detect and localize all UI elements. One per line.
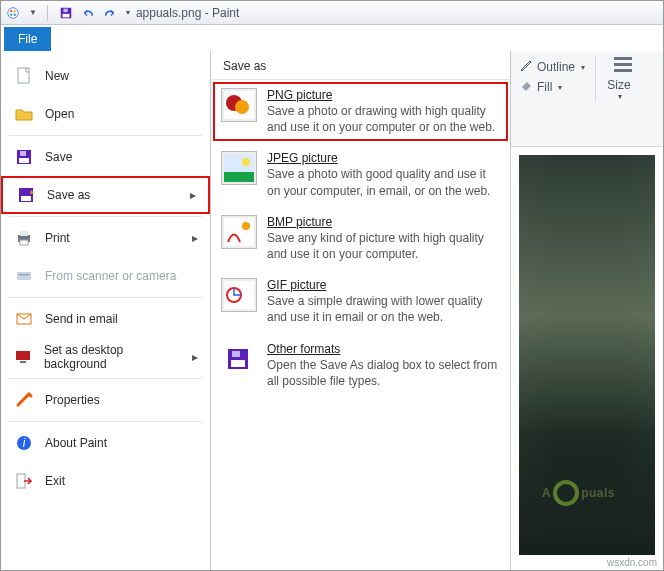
chevron-right-icon: ▸ — [192, 231, 198, 245]
menu-properties-label: Properties — [45, 393, 100, 407]
dropdown-icon: ▾ — [558, 83, 562, 92]
saveas-jpeg-title: JPEG picture — [267, 151, 500, 165]
save-as-panel: Save as PNG picture Save a photo or draw… — [211, 51, 511, 570]
about-icon: i — [13, 432, 35, 454]
svg-rect-29 — [224, 172, 254, 182]
menu-print[interactable]: Print ▸ — [1, 219, 210, 257]
new-icon — [13, 65, 35, 87]
svg-rect-10 — [19, 158, 29, 163]
saveas-jpeg-desc: Save a photo with good quality and use i… — [267, 166, 500, 198]
menu-background-label: Set as desktop background — [44, 343, 182, 371]
exit-icon — [13, 470, 35, 492]
menu-new[interactable]: New — [1, 57, 210, 95]
saveas-other-desc: Open the Save As dialog box to select fr… — [267, 357, 500, 389]
save-file-icon — [13, 146, 35, 168]
menu-about[interactable]: i About Paint — [1, 424, 210, 462]
menu-save[interactable]: Save — [1, 138, 210, 176]
outline-icon — [519, 59, 533, 76]
ribbon-size-label: Size — [607, 78, 630, 92]
size-icon[interactable] — [614, 57, 632, 72]
chevron-right-icon: ▸ — [192, 350, 198, 364]
title-bar: ▼ ▾ appuals.png - Paint — [1, 1, 663, 25]
undo-icon[interactable] — [80, 5, 96, 21]
gif-icon — [221, 278, 257, 312]
menu-properties[interactable]: Properties — [1, 381, 210, 419]
jpeg-icon — [221, 151, 257, 185]
svg-rect-8 — [18, 68, 29, 83]
save-icon[interactable] — [58, 5, 74, 21]
main-area: New Open Save Save as ▸ Print ▸ From sca… — [1, 51, 663, 570]
svg-point-30 — [242, 158, 250, 166]
scanner-icon — [13, 265, 35, 287]
email-icon — [13, 308, 35, 330]
svg-rect-21 — [20, 361, 26, 363]
save-as-header: Save as — [211, 51, 510, 80]
svg-rect-11 — [20, 151, 26, 156]
menu-background[interactable]: Set as desktop background ▸ — [1, 338, 210, 376]
menu-save-as[interactable]: Save as ▸ — [1, 176, 210, 214]
watermark-left: A — [542, 486, 551, 500]
svg-rect-37 — [232, 351, 240, 357]
fill-icon — [519, 79, 533, 96]
dropdown-icon[interactable]: ▾ — [618, 92, 622, 101]
svg-rect-17 — [17, 272, 31, 280]
saveas-png-title: PNG picture — [267, 88, 500, 102]
menu-about-label: About Paint — [45, 436, 107, 450]
saveas-other[interactable]: Other formats Open the Save As dialog bo… — [211, 334, 510, 397]
svg-rect-7 — [63, 8, 67, 12]
saveas-png[interactable]: PNG picture Save a photo or drawing with… — [211, 80, 510, 143]
svg-point-1 — [10, 10, 12, 12]
menu-open-label: Open — [45, 107, 74, 121]
open-icon — [13, 103, 35, 125]
file-menu: New Open Save Save as ▸ Print ▸ From sca… — [1, 51, 211, 570]
svg-rect-36 — [231, 360, 245, 367]
svg-rect-20 — [16, 351, 30, 360]
ribbon-outline[interactable]: Outline ▾ — [519, 57, 585, 77]
watermark: A puals — [542, 480, 615, 506]
menu-scanner-label: From scanner or camera — [45, 269, 176, 283]
ribbon-fill-label: Fill — [537, 80, 552, 94]
app-menu-dropdown-icon[interactable]: ▼ — [29, 8, 37, 17]
dropdown-icon: ▾ — [581, 63, 585, 72]
bmp-icon — [221, 215, 257, 249]
file-tab[interactable]: File — [4, 27, 51, 51]
svg-rect-13 — [21, 196, 31, 201]
save-as-icon — [15, 184, 37, 206]
saveas-bmp[interactable]: BMP picture Save any kind of picture wit… — [211, 207, 510, 270]
watermark-right: puals — [581, 486, 615, 500]
png-icon — [221, 88, 257, 122]
menu-email-label: Send in email — [45, 312, 118, 326]
saveas-bmp-title: BMP picture — [267, 215, 500, 229]
svg-point-2 — [14, 10, 16, 12]
chevron-right-icon: ▸ — [190, 188, 196, 202]
svg-rect-24 — [17, 474, 25, 488]
window-title: appuals.png - Paint — [136, 6, 239, 20]
saveas-gif[interactable]: GIF picture Save a simple drawing with l… — [211, 270, 510, 333]
svg-rect-16 — [20, 240, 28, 245]
menu-exit[interactable]: Exit — [1, 462, 210, 500]
ribbon-fragment: Outline ▾ Fill ▾ Size ▾ — [511, 51, 663, 147]
menu-scanner: From scanner or camera — [1, 257, 210, 295]
quick-access-toolbar: ▼ ▾ — [5, 5, 130, 21]
redo-icon[interactable] — [102, 5, 118, 21]
menu-print-label: Print — [45, 231, 70, 245]
saveas-png-desc: Save a photo or drawing with high qualit… — [267, 103, 500, 135]
credit: wsxdn.com — [607, 557, 657, 568]
file-tab-label: File — [18, 32, 37, 46]
svg-point-0 — [8, 7, 19, 18]
saveas-gif-title: GIF picture — [267, 278, 500, 292]
menu-email[interactable]: Send in email — [1, 300, 210, 338]
menu-exit-label: Exit — [45, 474, 65, 488]
svg-point-32 — [242, 222, 250, 230]
qat-dropdown-icon[interactable]: ▾ — [126, 8, 130, 17]
print-icon — [13, 227, 35, 249]
menu-save-as-label: Save as — [47, 188, 90, 202]
saveas-gif-desc: Save a simple drawing with lower quality… — [267, 293, 500, 325]
saveas-jpeg[interactable]: JPEG picture Save a photo with good qual… — [211, 143, 510, 206]
menu-new-label: New — [45, 69, 69, 83]
svg-point-3 — [10, 13, 12, 15]
svg-point-4 — [14, 13, 16, 15]
svg-rect-18 — [19, 274, 29, 276]
ribbon-fill[interactable]: Fill ▾ — [519, 77, 585, 97]
menu-open[interactable]: Open — [1, 95, 210, 133]
